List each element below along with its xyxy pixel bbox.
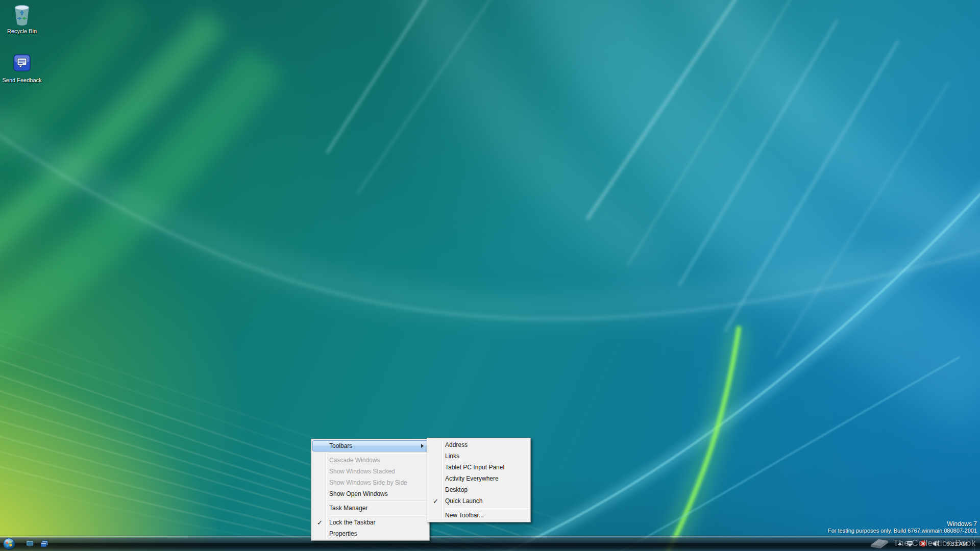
menu-separator [328,453,427,454]
toolbars-submenu: Address Links Tablet PC Input Panel Acti… [427,438,531,522]
menu-separator [444,508,528,509]
menu-item-label: Lock the Taskbar [329,519,376,526]
menu-item-label: Links [445,453,459,460]
collection-book-watermark: The Collection Book [869,537,976,550]
desktop-icon-send-feedback[interactable]: Send Feedback [2,53,42,84]
submenu-item-address[interactable]: Address [428,439,529,450]
menu-item-label: Task Manager [329,505,368,512]
menu-item-label: Properties [329,530,357,537]
menu-item-label: Desktop [445,486,468,493]
window-switcher-icon [40,540,48,548]
collection-book-label: The Collection Book [893,538,976,548]
submenu-item-activity-everywhere[interactable]: Activity Everywhere [428,473,529,484]
taskbar: 9:33 AM [0,536,980,551]
menu-item-cascade-windows: Cascade Windows [312,455,428,466]
send-feedback-icon [11,53,33,76]
recycle-bin-icon [11,3,33,27]
menu-item-label: Toolbars [329,442,352,449]
menu-item-label: Cascade Windows [329,457,380,464]
collection-book-icon [869,537,890,550]
build-watermark: Windows 7 For testing purposes only. Bui… [828,520,977,534]
watermark-os-name: Windows 7 [828,520,977,528]
desktop-icon-label: Recycle Bin [2,28,42,35]
submenu-arrow-icon [421,444,424,448]
show-desktop-icon [26,540,34,548]
watermark-build-string: For testing purposes only. Build 6767.wi… [828,528,977,534]
menu-item-task-manager[interactable]: Task Manager [312,503,428,514]
start-orb-icon [3,537,16,550]
menu-item-lock-the-taskbar[interactable]: ✓ Lock the Taskbar [312,517,428,528]
submenu-item-desktop[interactable]: Desktop [428,484,529,495]
menu-item-show-open-windows[interactable]: Show Open Windows [312,488,428,499]
submenu-item-tablet-pc-input-panel[interactable]: Tablet PC Input Panel [428,462,529,473]
menu-item-label: Activity Everywhere [445,475,499,482]
desktop: Recycle Bin Send Feedback Windows 7 For … [0,0,980,551]
menu-item-label: Show Open Windows [329,490,388,497]
submenu-item-new-toolbar[interactable]: New Toolbar... [428,510,529,521]
menu-item-properties[interactable]: Properties [312,528,428,539]
menu-item-label: Quick Launch [445,497,482,505]
quick-launch-show-desktop[interactable] [26,539,35,548]
desktop-icon-label: Send Feedback [2,77,42,84]
desktop-icon-recycle-bin[interactable]: Recycle Bin [2,3,42,35]
menu-separator [328,515,427,516]
checkmark-icon: ✓ [317,519,323,527]
menu-item-label: Show Windows Side by Side [329,479,407,486]
quick-launch-window-switcher[interactable] [40,539,49,548]
submenu-item-quick-launch[interactable]: ✓ Quick Launch [428,495,529,507]
quick-launch-area [26,539,49,548]
menu-item-label: Address [445,441,468,448]
menu-item-show-windows-side-by-side: Show Windows Side by Side [312,477,428,488]
menu-item-label: Show Windows Stacked [329,468,395,475]
menu-item-label: New Toolbar... [445,512,484,519]
start-button[interactable] [2,537,16,551]
submenu-item-links[interactable]: Links [428,450,529,462]
menu-item-label: Tablet PC Input Panel [445,464,504,471]
checkmark-icon: ✓ [433,497,438,505]
menu-item-show-windows-stacked: Show Windows Stacked [312,466,428,477]
menu-separator [328,500,427,502]
taskbar-context-menu: Toolbars Cascade Windows Show Windows St… [311,439,430,541]
menu-item-toolbars[interactable]: Toolbars [312,440,428,452]
